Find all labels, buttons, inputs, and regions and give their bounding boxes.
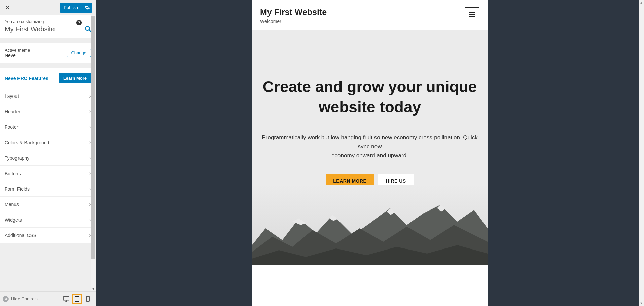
close-customizer-button[interactable]: [0, 0, 15, 15]
theme-name: Neve: [5, 53, 30, 58]
panel-label: Form Fields: [5, 186, 30, 192]
help-icon: ?: [76, 20, 82, 26]
change-theme-button[interactable]: Change: [67, 49, 91, 57]
mobile-icon: [86, 296, 90, 302]
hero-subtext: Programmatically work but low hanging fr…: [252, 133, 488, 160]
publish-settings-button[interactable]: [82, 3, 92, 13]
tablet-icon: [75, 296, 79, 302]
panel-menus[interactable]: Menus›: [0, 197, 96, 212]
device-preview-buttons: [61, 294, 93, 304]
pro-features-panel: Neve PRO Features Learn More: [0, 68, 96, 88]
mobile-preview-button[interactable]: [83, 294, 93, 304]
scrollbar-thumb[interactable]: [91, 16, 95, 259]
svg-rect-7: [75, 296, 79, 302]
panel-typography[interactable]: Typography›: [0, 150, 96, 166]
preview-tagline: Welcome!: [260, 18, 327, 24]
close-icon: [5, 5, 10, 10]
active-theme-panel: Active theme Neve Change: [0, 43, 96, 63]
hero-heading: Create and grow your unique website toda…: [252, 77, 488, 117]
panel-label: Additional CSS: [5, 233, 36, 238]
hero-section: Create and grow your unique website toda…: [252, 30, 488, 265]
panel-widgets[interactable]: Widgets›: [0, 212, 96, 228]
panel-footer[interactable]: Footer›: [0, 119, 96, 135]
scrollbar-up-arrow[interactable]: ▲: [639, 0, 644, 5]
site-title-block: You are customizing My First Website ?: [0, 15, 96, 38]
panel-label: Footer: [5, 124, 18, 130]
sidebar-header: Publish: [0, 0, 96, 15]
hide-controls-button[interactable]: ◀ Hide Controls: [3, 296, 38, 302]
collapse-icon: ◀: [3, 296, 9, 302]
learn-more-button[interactable]: Learn More: [59, 73, 91, 83]
site-title: My First Website: [5, 25, 91, 33]
customizer-sidebar: Publish You are customizing My First Web…: [0, 0, 96, 306]
panel-buttons[interactable]: Buttons›: [0, 166, 96, 181]
tablet-preview-button[interactable]: [72, 294, 82, 304]
svg-rect-4: [64, 296, 69, 300]
search-button[interactable]: [85, 26, 92, 34]
panel-label: Header: [5, 109, 20, 114]
panel-list: Layout› Header› Footer› Colors & Backgro…: [0, 88, 96, 243]
hide-controls-label: Hide Controls: [11, 296, 38, 301]
help-button[interactable]: ?: [76, 20, 82, 26]
window-scrollbar[interactable]: ▲ ▼: [639, 0, 644, 306]
panel-colors[interactable]: Colors & Background›: [0, 135, 96, 150]
sidebar-scrollbar[interactable]: ▼: [91, 15, 96, 291]
desktop-icon: [63, 296, 69, 302]
site-preview: My First Website Welcome! Create and gro…: [252, 0, 488, 306]
preview-header: My First Website Welcome!: [252, 0, 488, 30]
panel-header[interactable]: Header›: [0, 104, 96, 119]
panel-label: Buttons: [5, 171, 21, 176]
svg-rect-8: [86, 296, 89, 301]
preview-site-title: My First Website: [260, 7, 327, 17]
panel-form-fields[interactable]: Form Fields›: [0, 181, 96, 197]
sidebar-content: You are customizing My First Website ? A…: [0, 15, 96, 291]
hamburger-icon: [469, 14, 475, 15]
svg-text:?: ?: [78, 21, 80, 25]
pro-features-label: Neve PRO Features: [5, 76, 48, 81]
svg-point-2: [86, 27, 90, 31]
panel-label: Menus: [5, 202, 19, 207]
hero-mountain-image: [252, 185, 488, 265]
panel-label: Widgets: [5, 217, 22, 223]
active-theme-label: Active theme: [5, 48, 30, 53]
panel-label: Colors & Background: [5, 140, 49, 145]
preview-area: My First Website Welcome! Create and gro…: [96, 0, 644, 306]
gear-icon: [85, 5, 90, 10]
scrollbar-down-arrow[interactable]: ▼: [639, 301, 644, 306]
panel-label: Typography: [5, 155, 29, 161]
svg-line-3: [89, 30, 91, 32]
scrollbar-down-arrow[interactable]: ▼: [91, 286, 96, 291]
search-icon: [85, 26, 92, 32]
sidebar-footer: ◀ Hide Controls: [0, 291, 96, 306]
panel-label: Layout: [5, 93, 19, 99]
mobile-menu-toggle[interactable]: [465, 7, 479, 22]
panel-layout[interactable]: Layout›: [0, 88, 96, 104]
panel-additional-css[interactable]: Additional CSS›: [0, 228, 96, 243]
publish-button[interactable]: Publish: [60, 3, 82, 13]
desktop-preview-button[interactable]: [61, 294, 71, 304]
